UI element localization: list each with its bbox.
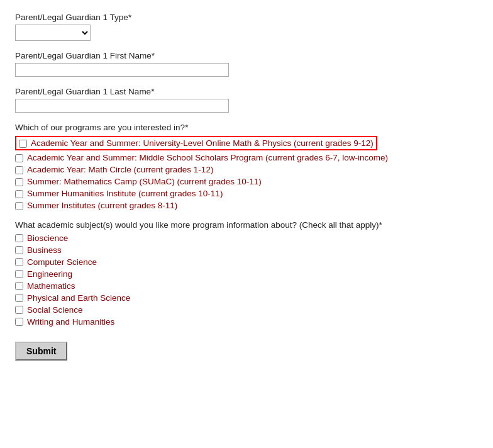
program-checkbox-6[interactable]	[15, 202, 23, 210]
guardian-first-name-group: Parent/Legal Guardian 1 First Name*	[15, 51, 478, 77]
subject-checkbox-business[interactable]	[15, 246, 23, 254]
subject-checkbox-social-science[interactable]	[15, 306, 23, 314]
subject-checkbox-engineering[interactable]	[15, 270, 23, 278]
subject-checkbox-bioscience[interactable]	[15, 234, 23, 242]
program-item: Summer Humanities Institute (current gra…	[15, 189, 478, 198]
subjects-question: What academic subject(s) would you like …	[15, 220, 478, 230]
program-label-4: Summer: Mathematics Camp (SUMaC) (curren…	[27, 177, 262, 186]
submit-button[interactable]: Submit	[15, 342, 67, 361]
program-item: Academic Year and Summer: University-Lev…	[15, 136, 478, 150]
guardian-last-name-input[interactable]	[15, 99, 229, 113]
subject-checkbox-cs[interactable]	[15, 258, 23, 266]
program-label-1: Academic Year and Summer: University-Lev…	[31, 138, 374, 148]
guardian-first-name-input[interactable]	[15, 63, 229, 77]
program-checkbox-1[interactable]	[19, 140, 27, 148]
programs-question: Which of our programs are you interested…	[15, 123, 478, 132]
program-label-2: Academic Year and Summer: Middle School …	[27, 153, 388, 162]
program-checkbox-5[interactable]	[15, 190, 23, 198]
subject-label-writing: Writing and Humanities	[27, 317, 114, 327]
subject-item: Computer Science	[15, 257, 478, 267]
program-item: Academic Year and Summer: Middle School …	[15, 153, 478, 162]
highlighted-program-row: Academic Year and Summer: University-Lev…	[15, 136, 377, 150]
program-label-5: Summer Humanities Institute (current gra…	[27, 189, 223, 198]
subject-checkbox-writing[interactable]	[15, 318, 23, 326]
program-checkbox-4[interactable]	[15, 178, 23, 186]
programs-section: Which of our programs are you interested…	[15, 123, 478, 210]
program-item: Summer: Mathematics Camp (SUMaC) (curren…	[15, 177, 478, 186]
subject-label-bioscience: Bioscience	[27, 233, 68, 243]
subject-label-engineering: Engineering	[27, 269, 72, 279]
program-checkbox-2[interactable]	[15, 154, 23, 162]
subject-item: Bioscience	[15, 233, 478, 243]
guardian-last-name-label: Parent/Legal Guardian 1 Last Name*	[15, 87, 478, 96]
program-checkbox-3[interactable]	[15, 166, 23, 174]
guardian-type-group: Parent/Legal Guardian 1 Type* Mother Fat…	[15, 13, 478, 41]
guardian-type-select[interactable]: Mother Father Guardian	[15, 25, 91, 41]
subject-label-math: Mathematics	[27, 281, 75, 291]
subjects-section: What academic subject(s) would you like …	[15, 220, 478, 327]
subject-item: Social Science	[15, 305, 478, 315]
program-label-6: Summer Institutes (current grades 8-11)	[27, 201, 177, 210]
subject-label-cs: Computer Science	[27, 257, 97, 267]
program-item: Academic Year: Math Circle (current grad…	[15, 165, 478, 174]
subject-checkbox-math[interactable]	[15, 282, 23, 290]
subject-item: Mathematics	[15, 281, 478, 291]
subject-item: Physical and Earth Science	[15, 293, 478, 303]
subject-checkbox-earth-science[interactable]	[15, 294, 23, 302]
subject-item: Writing and Humanities	[15, 317, 478, 327]
subject-item: Business	[15, 245, 478, 255]
subject-label-social-science: Social Science	[27, 305, 83, 315]
subject-item: Engineering	[15, 269, 478, 279]
program-item: Summer Institutes (current grades 8-11)	[15, 201, 478, 210]
program-label-3: Academic Year: Math Circle (current grad…	[27, 165, 213, 174]
guardian-first-name-label: Parent/Legal Guardian 1 First Name*	[15, 51, 478, 60]
guardian-type-label: Parent/Legal Guardian 1 Type*	[15, 13, 478, 22]
subject-label-business: Business	[27, 245, 62, 255]
guardian-last-name-group: Parent/Legal Guardian 1 Last Name*	[15, 87, 478, 113]
subject-label-earth-science: Physical and Earth Science	[27, 293, 130, 303]
